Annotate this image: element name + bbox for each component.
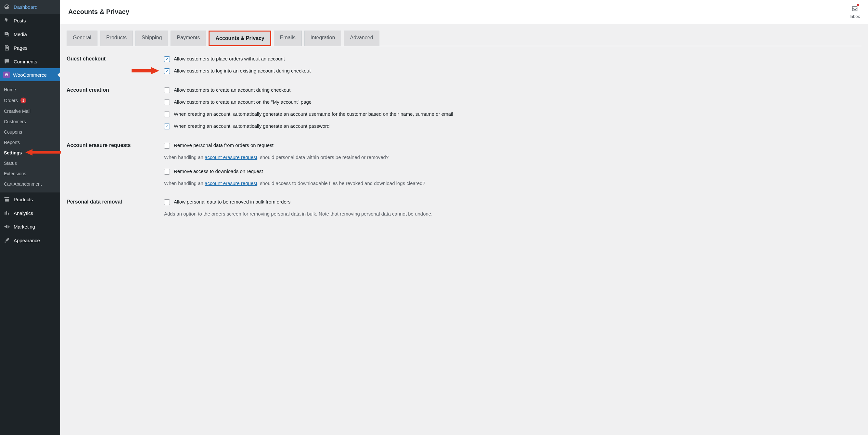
- sidebar-sub-orders[interactable]: Orders 1: [0, 95, 60, 106]
- sidebar-item-label: Dashboard: [13, 4, 37, 10]
- sidebar-item-woocommerce[interactable]: W WooCommerce: [0, 68, 60, 81]
- checkbox-remove-order-data[interactable]: [164, 143, 170, 149]
- tab-accounts-privacy[interactable]: Accounts & Privacy: [209, 31, 271, 46]
- sidebar-item-label: Comments: [13, 59, 37, 64]
- sidebar-sub-reports[interactable]: Reports: [0, 137, 60, 148]
- checkbox-remove-downloads[interactable]: [164, 169, 170, 175]
- checkbox-login-checkout[interactable]: [164, 68, 170, 74]
- option-row: Allow customers to create an account on …: [164, 99, 862, 105]
- woo-icon: W: [3, 71, 10, 78]
- sidebar-sub-status[interactable]: Status: [0, 158, 60, 168]
- sidebar-item-posts[interactable]: Posts: [0, 13, 60, 27]
- sidebar-item-label: Appearance: [13, 238, 40, 243]
- sidebar-sub-settings[interactable]: Settings: [0, 148, 60, 158]
- erasure-request-link[interactable]: account erasure request: [205, 180, 257, 186]
- sidebar-item-label: Products: [13, 197, 33, 202]
- bars-icon: [3, 209, 10, 216]
- option-label: Allow customers to create an account on …: [174, 99, 312, 105]
- option-row: Remove personal data from orders on requ…: [164, 142, 862, 149]
- section-guest-checkout: Guest checkout Allow customers to place …: [67, 46, 862, 79]
- sidebar-item-label: Posts: [13, 18, 26, 23]
- section-label: Personal data removal: [67, 199, 154, 216]
- checkbox-bulk-removal[interactable]: [164, 199, 170, 205]
- admin-sidebar: Dashboard Posts Media Pages Comments W W…: [0, 0, 60, 435]
- option-label: Remove access to downloads on request: [174, 168, 263, 174]
- sidebar-sub-extensions[interactable]: Extensions: [0, 168, 60, 179]
- tab-payments[interactable]: Payments: [170, 31, 206, 46]
- sidebar-item-label: Pages: [13, 45, 28, 51]
- option-label: When creating an account, automatically …: [174, 111, 453, 117]
- sidebar-item-marketing[interactable]: Marketing: [0, 220, 60, 233]
- checkbox-auto-password[interactable]: [164, 123, 170, 129]
- page-icon: [3, 44, 10, 51]
- sidebar-item-analytics[interactable]: Analytics: [0, 206, 60, 220]
- sidebar-item-media[interactable]: Media: [0, 27, 60, 41]
- option-label: Allow personal data to be removed in bul…: [174, 199, 290, 204]
- section-account-creation: Account creation Allow customers to crea…: [67, 79, 862, 134]
- svg-marker-1: [131, 67, 159, 74]
- option-row: Allow customers to create an account dur…: [164, 87, 862, 93]
- notification-dot-icon: [857, 4, 859, 6]
- orders-badge: 1: [21, 97, 26, 104]
- option-row: Allow customers to log into an existing …: [164, 68, 862, 74]
- brush-icon: [3, 237, 10, 244]
- megaphone-icon: [3, 223, 10, 230]
- erasure-request-link[interactable]: account erasure request: [205, 154, 257, 160]
- sidebar-item-pages[interactable]: Pages: [0, 41, 60, 55]
- sidebar-item-products[interactable]: Products: [0, 193, 60, 206]
- content: General Products Shipping Payments Accou…: [60, 24, 868, 234]
- option-label: When creating an account, automatically …: [174, 123, 330, 129]
- sidebar-item-dashboard[interactable]: Dashboard: [0, 0, 60, 13]
- section-erasure: Account erasure requests Remove personal…: [67, 134, 862, 191]
- section-removal: Personal data removal Allow personal dat…: [67, 191, 862, 222]
- help-text: When handling an account erasure request…: [164, 180, 862, 186]
- sidebar-sub-coupons[interactable]: Coupons: [0, 127, 60, 137]
- section-label: Account erasure requests: [67, 142, 154, 186]
- tab-products[interactable]: Products: [100, 31, 133, 46]
- inbox-button[interactable]: Inbox: [849, 5, 860, 19]
- tab-emails[interactable]: Emails: [274, 31, 302, 46]
- option-row: When creating an account, automatically …: [164, 123, 862, 129]
- archive-icon: [3, 196, 10, 203]
- tab-advanced[interactable]: Advanced: [344, 31, 379, 46]
- pushpin-icon: [3, 17, 10, 24]
- media-icon: [3, 31, 10, 38]
- sidebar-item-label: Media: [13, 32, 27, 37]
- sidebar-sub-customers[interactable]: Customers: [0, 116, 60, 127]
- gauge-icon: [3, 3, 10, 10]
- tab-shipping[interactable]: Shipping: [135, 31, 168, 46]
- page-title: Accounts & Privacy: [68, 8, 129, 16]
- sidebar-item-label: Analytics: [13, 210, 33, 216]
- sidebar-sub-creative-mail[interactable]: Creative Mail: [0, 106, 60, 116]
- option-row: When creating an account, automatically …: [164, 111, 862, 117]
- checkbox-create-myaccount[interactable]: [164, 99, 170, 105]
- sidebar-sub-cart-abandonment[interactable]: Cart Abandonment: [0, 179, 60, 189]
- option-row: Remove access to downloads on request: [164, 168, 862, 175]
- sidebar-submenu: Home Orders 1 Creative Mail Customers Co…: [0, 81, 60, 193]
- sidebar-sub-home[interactable]: Home: [0, 85, 60, 95]
- chat-icon: [3, 58, 10, 65]
- option-label: Allow customers to log into an existing …: [174, 68, 311, 74]
- option-row: Allow personal data to be removed in bul…: [164, 199, 862, 205]
- sidebar-item-appearance[interactable]: Appearance: [0, 233, 60, 247]
- checkbox-auto-username[interactable]: [164, 112, 170, 117]
- topbar: Accounts & Privacy Inbox: [60, 0, 868, 24]
- checkbox-guest-orders[interactable]: [164, 56, 170, 62]
- tab-general[interactable]: General: [67, 31, 97, 46]
- help-text: When handling an account erasure request…: [164, 154, 862, 160]
- section-label: Account creation: [67, 87, 154, 129]
- option-label: Allow customers to place orders without …: [174, 56, 285, 61]
- annotation-arrow-icon: [131, 66, 159, 76]
- checkbox-create-checkout[interactable]: [164, 87, 170, 93]
- main-area: Accounts & Privacy Inbox General Product…: [60, 0, 868, 435]
- tab-integration[interactable]: Integration: [304, 31, 341, 46]
- sidebar-item-label: Marketing: [13, 224, 35, 230]
- settings-tabs: General Products Shipping Payments Accou…: [67, 31, 862, 46]
- help-text: Adds an option to the orders screen for …: [164, 211, 862, 216]
- option-label: Remove personal data from orders on requ…: [174, 142, 274, 148]
- option-label: Allow customers to create an account dur…: [174, 87, 290, 93]
- sidebar-item-label: WooCommerce: [13, 72, 47, 78]
- inbox-label: Inbox: [849, 14, 860, 19]
- sidebar-item-comments[interactable]: Comments: [0, 55, 60, 68]
- option-row: Allow customers to place orders without …: [164, 56, 862, 62]
